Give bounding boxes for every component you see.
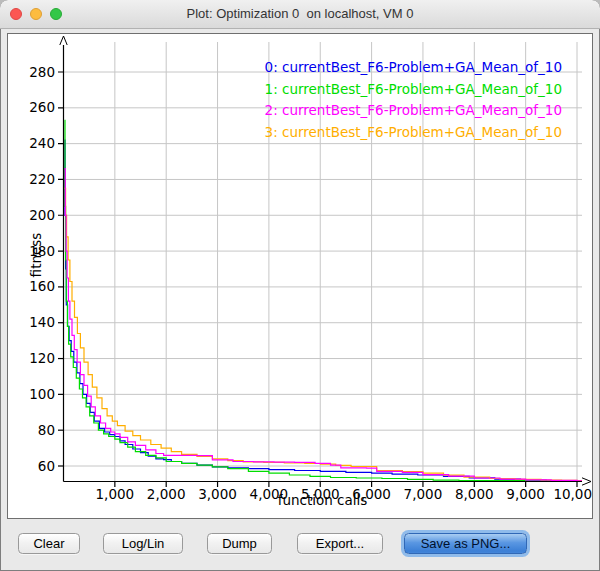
clear-button[interactable]: Clear xyxy=(18,533,80,554)
plot-window: Plot: Optimization 0 on localhost, VM 0 … xyxy=(0,0,600,571)
export-button[interactable]: Export... xyxy=(297,533,383,554)
close-button[interactable] xyxy=(10,8,22,20)
tick-label: 260 xyxy=(29,99,55,115)
window-titlebar[interactable]: Plot: Optimization 0 on localhost, VM 0 xyxy=(0,0,600,29)
tick-label: 220 xyxy=(29,171,55,187)
y-axis-arrow-icon xyxy=(60,36,67,45)
window-title: Plot: Optimization 0 on localhost, VM 0 xyxy=(70,0,530,28)
legend-entry: 0: currentBest_F6-Problem+GA_Mean_of_10 xyxy=(265,57,562,79)
save-as-png-button[interactable]: Save as PNG... xyxy=(404,533,527,554)
tick-label: 280 xyxy=(29,64,55,80)
tick-label: 100 xyxy=(29,386,55,402)
tick-label: 140 xyxy=(29,314,55,330)
toolbar: Clear Log/Lin Dump Export... Save as PNG… xyxy=(0,533,600,557)
tick-label: 240 xyxy=(29,135,55,151)
tick-label: 60 xyxy=(38,458,55,474)
plot-panel: 60801001201401601802002202402602801,0002… xyxy=(7,33,593,519)
zoom-button[interactable] xyxy=(50,8,62,20)
series-line-1 xyxy=(65,120,583,481)
legend-entry: 1: currentBest_F6-Problem+GA_Mean_of_10 xyxy=(265,79,562,101)
loglin-button[interactable]: Log/Lin xyxy=(103,533,183,554)
y-axis-title: fitness xyxy=(28,215,44,295)
traffic-lights xyxy=(10,8,62,20)
tick-label: 80 xyxy=(38,422,55,438)
x-axis-arrow-icon xyxy=(582,478,591,485)
x-axis-title: function calls xyxy=(63,492,582,508)
chart-legend: 0: currentBest_F6-Problem+GA_Mean_of_101… xyxy=(265,57,562,143)
legend-entry: 3: currentBest_F6-Problem+GA_Mean_of_10 xyxy=(265,122,562,144)
legend-entry: 2: currentBest_F6-Problem+GA_Mean_of_10 xyxy=(265,100,562,122)
tick-label: 120 xyxy=(29,350,55,366)
minimize-button[interactable] xyxy=(30,8,42,20)
series-line-3 xyxy=(65,188,583,480)
dump-button[interactable]: Dump xyxy=(207,533,272,554)
